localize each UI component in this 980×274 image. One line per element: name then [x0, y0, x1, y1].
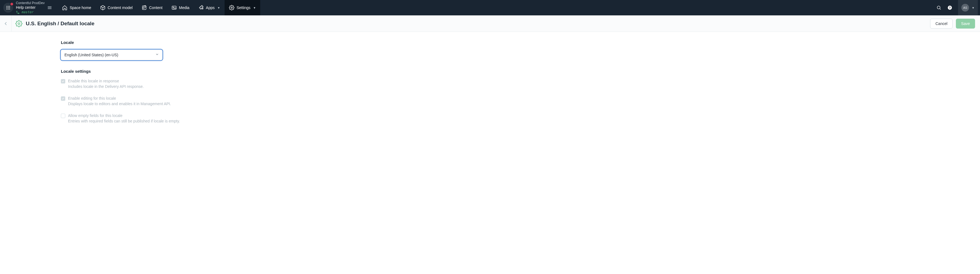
svg-point-7: [8, 9, 9, 10]
setting-title: Enable this locale in response: [68, 79, 144, 84]
nav-label: Content model: [108, 5, 133, 10]
org-name: Contentful ProdDev: [16, 1, 45, 5]
svg-point-16: [173, 7, 174, 8]
nav-label: Settings: [237, 5, 251, 10]
svg-point-17: [231, 7, 232, 8]
gear-icon: [15, 20, 22, 27]
setting-desc: Displays locale to editors and enables i…: [68, 101, 171, 107]
nav-label: Content: [149, 5, 162, 10]
topbar: Contentful ProdDev Help center master Sp…: [0, 0, 980, 15]
svg-rect-12: [48, 7, 52, 8]
svg-point-3: [6, 7, 7, 8]
setting-desc: Includes locale in the Delivery API resp…: [68, 84, 144, 90]
settings-icon: [229, 5, 234, 10]
page-header: U.S. English / Default locale Cancel Sav…: [0, 15, 980, 32]
svg-point-4: [8, 7, 9, 8]
topbar-right: ? AS ▼: [931, 0, 980, 15]
main-content: Locale English (United States) (en-US) L…: [0, 32, 225, 124]
content-icon: [142, 5, 147, 10]
save-button[interactable]: Save: [956, 19, 975, 29]
setting-desc: Entries with required fields can still b…: [68, 119, 180, 124]
setting-allow-empty: Allow empty fields for this locale Entri…: [61, 113, 225, 124]
model-icon: [100, 5, 105, 10]
chevron-down-icon: ▼: [218, 6, 220, 9]
setting-title: Enable editing for this locale: [68, 96, 171, 101]
page-title: U.S. English / Default locale: [26, 21, 94, 27]
app-launcher-icon[interactable]: [3, 3, 13, 13]
nav-settings[interactable]: Settings ▼: [224, 0, 261, 15]
nav-apps[interactable]: Apps ▼: [194, 0, 224, 15]
user-menu[interactable]: AS ▼: [958, 0, 978, 15]
locale-section-label: Locale: [61, 40, 225, 45]
nav-content[interactable]: Content: [137, 0, 167, 15]
svg-point-21: [18, 22, 20, 24]
locale-select[interactable]: English (United States) (en-US): [61, 50, 162, 60]
svg-text:?: ?: [949, 6, 951, 9]
hamburger-icon[interactable]: [45, 5, 54, 10]
space-name: Help center: [16, 5, 45, 10]
locale-select-value[interactable]: English (United States) (en-US): [61, 50, 162, 60]
checkbox-enable-editing[interactable]: [61, 96, 65, 101]
nav-label: Apps: [206, 5, 215, 10]
branch-name: master: [21, 10, 33, 14]
svg-point-6: [6, 9, 7, 10]
svg-rect-13: [48, 8, 52, 9]
chevron-down-icon: ▼: [972, 6, 975, 9]
checkbox-allow-empty[interactable]: [61, 114, 65, 118]
apps-icon: [198, 5, 204, 10]
help-button[interactable]: ?: [944, 0, 955, 15]
nav-label: Media: [179, 5, 189, 10]
svg-point-1: [8, 6, 9, 7]
setting-title: Allow empty fields for this locale: [68, 113, 180, 119]
avatar-initials: AS: [963, 6, 967, 9]
nav-label: Space home: [70, 5, 91, 10]
nav-content-model[interactable]: Content model: [96, 0, 137, 15]
nav-space-home[interactable]: Space home: [57, 0, 96, 15]
branch-icon: [16, 10, 20, 14]
svg-point-8: [10, 9, 10, 10]
nav-media[interactable]: Media: [167, 0, 194, 15]
cancel-button[interactable]: Cancel: [930, 19, 953, 29]
media-icon: [171, 5, 177, 10]
svg-rect-11: [48, 6, 52, 7]
back-button[interactable]: [0, 15, 11, 32]
svg-point-0: [6, 6, 7, 7]
svg-point-5: [10, 7, 10, 8]
search-button[interactable]: [933, 0, 944, 15]
setting-enable-editing: Enable editing for this locale Displays …: [61, 96, 225, 107]
svg-point-9: [16, 11, 17, 12]
svg-point-18: [937, 6, 940, 9]
home-icon: [62, 5, 67, 10]
svg-point-2: [10, 6, 10, 7]
chevron-down-icon: ▼: [253, 6, 256, 9]
checkbox-enable-response[interactable]: [61, 79, 65, 83]
avatar: AS: [961, 4, 969, 11]
locale-settings-label: Locale settings: [61, 69, 225, 74]
setting-enable-response: Enable this locale in response Includes …: [61, 79, 225, 89]
space-selector[interactable]: Contentful ProdDev Help center master: [0, 0, 57, 15]
main-nav: Space home Content model Content Media A…: [57, 0, 260, 15]
